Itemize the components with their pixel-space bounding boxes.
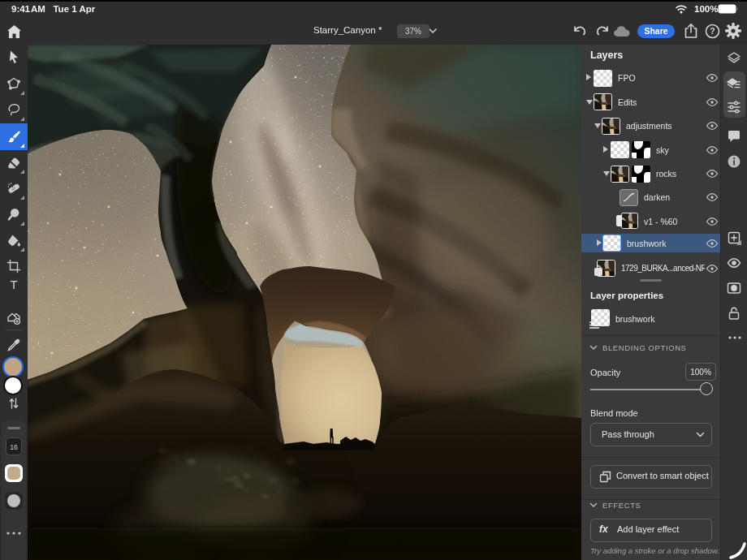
svg-text:?: ?	[710, 26, 715, 36]
